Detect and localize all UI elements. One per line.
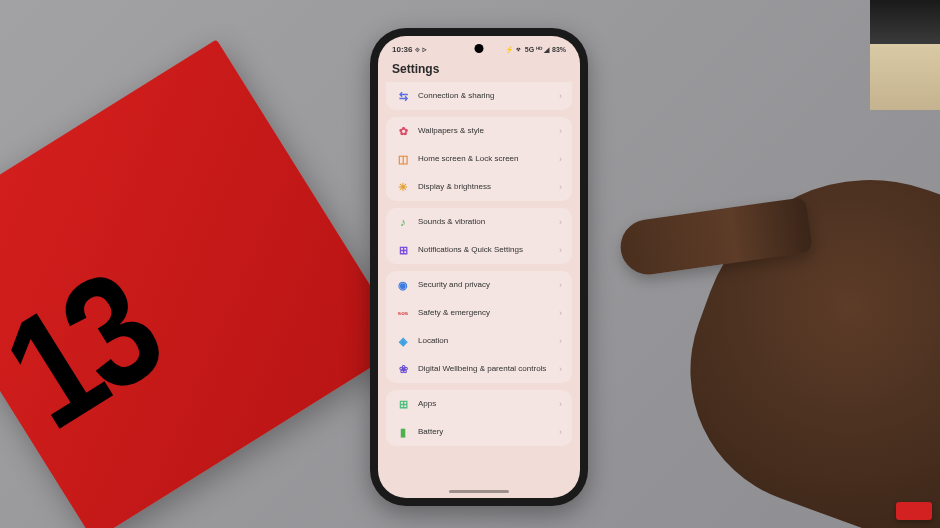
settings-row-security[interactable]: ◉Security and privacy› xyxy=(386,271,572,299)
settings-row-location[interactable]: ◈Location› xyxy=(386,327,572,355)
product-box-number: 13 xyxy=(0,237,186,464)
settings-row-label: Battery xyxy=(418,427,559,437)
settings-row-label: Location xyxy=(418,336,559,346)
home-indicator[interactable] xyxy=(449,490,509,493)
settings-row-apps[interactable]: ⊞Apps› xyxy=(386,390,572,418)
phone-screen: 10:36 ⟐ ▷ ⚡ ᯤ 5G ᴴᴰ ◢ 83% Settings ⇆Conn… xyxy=(378,36,580,498)
wallpaper-icon: ✿ xyxy=(396,124,410,138)
settings-row-label: Connection & sharing xyxy=(418,91,559,101)
camera-hole xyxy=(475,44,484,53)
chevron-right-icon: › xyxy=(559,364,562,374)
notifications-icon: ⊞ xyxy=(396,243,410,257)
settings-list[interactable]: ⇆Connection & sharing›✿Wallpapers & styl… xyxy=(378,82,580,453)
settings-row-safety[interactable]: sosSafety & emergency› xyxy=(386,299,572,327)
chevron-right-icon: › xyxy=(559,399,562,409)
settings-row-label: Display & brightness xyxy=(418,182,559,192)
channel-logo xyxy=(896,502,932,520)
settings-group: ⊞Apps›▮Battery› xyxy=(386,390,572,446)
chevron-right-icon: › xyxy=(559,91,562,101)
settings-group: ♪Sounds & vibration›⊞Notifications & Qui… xyxy=(386,208,572,264)
chevron-right-icon: › xyxy=(559,336,562,346)
settings-group: ⇆Connection & sharing› xyxy=(386,82,572,110)
settings-row-wellbeing[interactable]: ❀Digital Wellbeing & parental controls› xyxy=(386,355,572,383)
chevron-right-icon: › xyxy=(559,427,562,437)
apps-icon: ⊞ xyxy=(396,397,410,411)
page-title: Settings xyxy=(378,58,580,82)
chevron-right-icon: › xyxy=(559,154,562,164)
settings-group: ◉Security and privacy›sosSafety & emerge… xyxy=(386,271,572,383)
status-left-icons: ⟐ ▷ xyxy=(415,45,427,54)
chevron-right-icon: › xyxy=(559,182,562,192)
chevron-right-icon: › xyxy=(559,280,562,290)
settings-row-label: Home screen & Lock screen xyxy=(418,154,559,164)
status-time: 10:36 xyxy=(392,45,412,54)
settings-group: ✿Wallpapers & style›◫Home screen & Lock … xyxy=(386,117,572,201)
safety-icon: sos xyxy=(396,306,410,320)
status-signal-icons: ⚡ ᯤ 5G ᴴᴰ ◢ xyxy=(505,46,549,54)
status-battery-text: 83% xyxy=(552,46,566,53)
corner-object xyxy=(870,0,940,110)
display-icon: ☀ xyxy=(396,180,410,194)
settings-row-connection[interactable]: ⇆Connection & sharing› xyxy=(386,82,572,110)
chevron-right-icon: › xyxy=(559,126,562,136)
security-icon: ◉ xyxy=(396,278,410,292)
home-lock-icon: ◫ xyxy=(396,152,410,166)
settings-row-label: Wallpapers & style xyxy=(418,126,559,136)
settings-row-label: Safety & emergency xyxy=(418,308,559,318)
settings-row-label: Notifications & Quick Settings xyxy=(418,245,559,255)
settings-row-home-lock[interactable]: ◫Home screen & Lock screen› xyxy=(386,145,572,173)
settings-row-sounds[interactable]: ♪Sounds & vibration› xyxy=(386,208,572,236)
settings-row-label: Security and privacy xyxy=(418,280,559,290)
settings-row-notifications[interactable]: ⊞Notifications & Quick Settings› xyxy=(386,236,572,264)
settings-row-wallpaper[interactable]: ✿Wallpapers & style› xyxy=(386,117,572,145)
chevron-right-icon: › xyxy=(559,308,562,318)
chevron-right-icon: › xyxy=(559,245,562,255)
connection-icon: ⇆ xyxy=(396,89,410,103)
settings-row-display[interactable]: ☀Display & brightness› xyxy=(386,173,572,201)
settings-row-label: Apps xyxy=(418,399,559,409)
battery-icon: ▮ xyxy=(396,425,410,439)
chevron-right-icon: › xyxy=(559,217,562,227)
location-icon: ◈ xyxy=(396,334,410,348)
settings-row-label: Digital Wellbeing & parental controls xyxy=(418,364,559,374)
settings-row-label: Sounds & vibration xyxy=(418,217,559,227)
phone-frame: 10:36 ⟐ ▷ ⚡ ᯤ 5G ᴴᴰ ◢ 83% Settings ⇆Conn… xyxy=(370,28,588,506)
status-right: ⚡ ᯤ 5G ᴴᴰ ◢ 83% xyxy=(505,46,566,54)
settings-row-battery[interactable]: ▮Battery› xyxy=(386,418,572,446)
status-left: 10:36 ⟐ ▷ xyxy=(392,45,427,54)
sounds-icon: ♪ xyxy=(396,215,410,229)
wellbeing-icon: ❀ xyxy=(396,362,410,376)
